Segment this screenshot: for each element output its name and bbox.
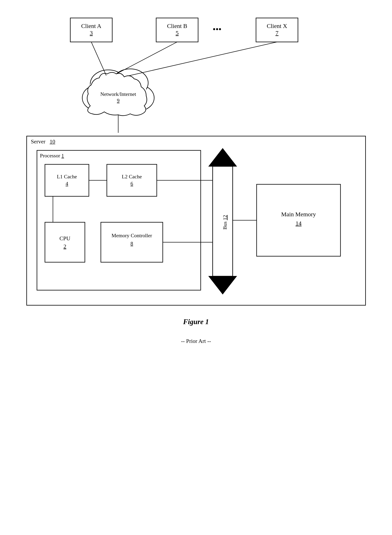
svg-marker-43 (209, 276, 237, 294)
server-number: 10 (50, 138, 55, 144)
prior-art-text: -- Prior Art -- (181, 338, 211, 344)
svg-text:14: 14 (296, 220, 302, 227)
figure-caption-text: Figure 1 (183, 318, 209, 326)
top-diagram-svg: Client A 3 Client B 5 ••• Client X 7 (46, 12, 346, 136)
svg-text:5: 5 (176, 30, 178, 36)
svg-text:Processor 1: Processor 1 (40, 153, 64, 158)
diagram-container: Client A 3 Client B 5 ••• Client X 7 (26, 12, 366, 344)
svg-text:Main Memory: Main Memory (281, 211, 316, 218)
svg-text:Client X: Client X (266, 23, 287, 29)
svg-text:6: 6 (131, 181, 133, 186)
server-label: Server 10 (31, 138, 55, 145)
svg-text:Client B: Client B (167, 23, 187, 29)
svg-text:4: 4 (65, 181, 68, 186)
svg-text:3: 3 (90, 30, 93, 36)
svg-marker-42 (209, 148, 237, 166)
svg-text:2: 2 (64, 243, 66, 249)
svg-text:9: 9 (117, 98, 119, 103)
top-section: Client A 3 Client B 5 ••• Client X 7 (26, 12, 366, 136)
svg-text:Memory Controller: Memory Controller (112, 233, 152, 238)
server-text: Server (31, 138, 46, 144)
svg-line-18 (91, 42, 106, 75)
svg-text:8: 8 (131, 241, 133, 247)
svg-text:Network/Internet: Network/Internet (100, 91, 136, 97)
svg-text:L2 Cache: L2 Cache (122, 174, 142, 180)
svg-text:Bus 12: Bus 12 (222, 215, 228, 230)
svg-text:•••: ••• (212, 25, 221, 34)
svg-rect-31 (45, 222, 85, 262)
prior-art-label: -- Prior Art -- (181, 338, 211, 344)
svg-rect-28 (107, 164, 157, 196)
server-box: Server 10 Processor 1 L1 Cache 4 L2 Cach… (26, 136, 366, 306)
svg-line-20 (128, 42, 277, 76)
svg-text:L1 Cache: L1 Cache (57, 174, 77, 180)
svg-text:Client A: Client A (81, 23, 101, 29)
svg-text:7: 7 (275, 30, 278, 36)
svg-text:CPU: CPU (59, 235, 70, 242)
svg-line-19 (118, 42, 177, 73)
svg-rect-25 (45, 164, 89, 196)
figure-caption: Figure 1 (183, 317, 209, 326)
server-diagram-svg: Processor 1 L1 Cache 4 L2 Cache 6 CPU 2 … (33, 146, 349, 298)
